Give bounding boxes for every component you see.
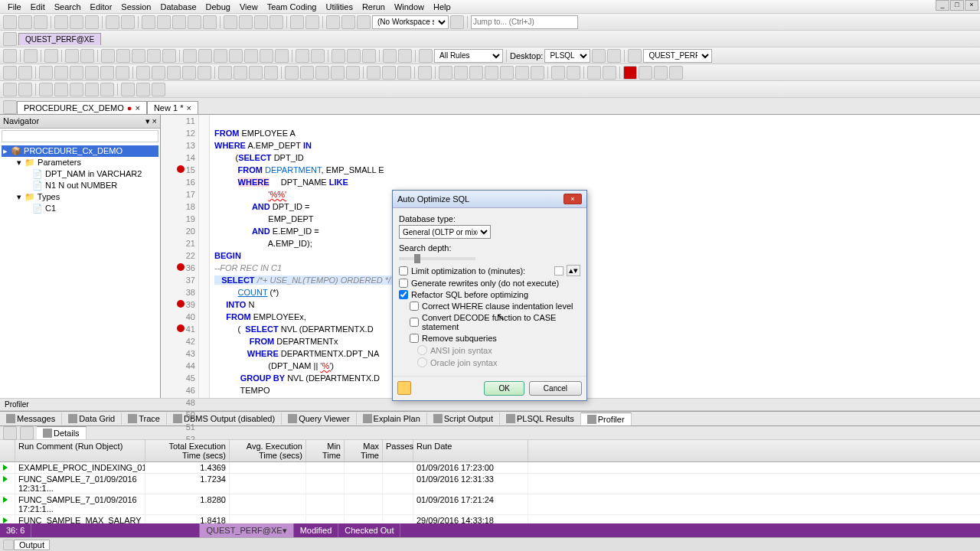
toolbar-icon[interactable] [229, 49, 243, 63]
toolbar-icon[interactable] [18, 66, 32, 80]
toolbar-icon[interactable] [85, 66, 99, 80]
toolbar-icon[interactable] [382, 66, 396, 80]
tree-root[interactable]: ▸📦 PROCEDURE_Cx_DEMO [2, 145, 158, 157]
db-type-select[interactable]: General (OLTP or mixed) [399, 225, 491, 239]
toolbar-icon[interactable] [418, 66, 432, 80]
desktop-combo[interactable]: PLSQL [544, 49, 590, 63]
details-subtab[interactable]: Details [37, 426, 87, 439]
grid-row[interactable]: FUNC_SAMPLE_7_01/09/2016 12:31:1...1.723… [0, 474, 980, 494]
toolbar-icon[interactable] [275, 49, 289, 63]
menu-team-coding[interactable]: Team Coding [263, 2, 322, 11]
tab-explain-plan[interactable]: Explain Plan [357, 412, 427, 425]
toolbar-icon[interactable] [70, 66, 83, 80]
toolbar-icon[interactable] [326, 15, 340, 29]
navigator-buttons[interactable]: ▾ × [145, 116, 157, 126]
run-icon[interactable] [3, 517, 8, 523]
toolbar-icon[interactable] [85, 15, 99, 29]
toolbar-icon[interactable] [254, 15, 268, 29]
minimize-button[interactable]: _ [936, 0, 949, 11]
toolbar-icon[interactable] [285, 66, 299, 80]
toolbar-icon[interactable] [152, 66, 165, 80]
tree-param[interactable]: 📄 N1 N out NUMBER [2, 180, 158, 191]
toolbar-icon[interactable] [669, 66, 683, 80]
toolbar-icon[interactable] [296, 49, 309, 63]
toolbar-icon[interactable] [439, 66, 452, 80]
toolbar-icon[interactable] [121, 83, 135, 96]
toolbar-icon[interactable] [3, 15, 17, 29]
toolbar-icon[interactable] [54, 83, 68, 96]
tab-plsql-results[interactable]: PLSQL Results [500, 412, 581, 425]
toolbar-icon[interactable] [469, 66, 483, 80]
toolbar-stop-icon[interactable] [623, 66, 637, 80]
toolbar-icon[interactable] [106, 15, 119, 29]
tree-type[interactable]: 📄 C1 [2, 203, 158, 214]
profiler-tool-icon[interactable] [20, 426, 34, 440]
tab-data-grid[interactable]: Data Grid [62, 412, 122, 425]
toolbar-icon[interactable] [152, 83, 165, 96]
toolbar-icon[interactable] [264, 66, 278, 80]
toolbar-icon[interactable] [346, 66, 360, 80]
toolbar-icon[interactable] [234, 66, 247, 80]
convert-decode-checkbox[interactable]: Convert DECODE function to CASE statemen… [410, 313, 580, 331]
ok-button[interactable]: OK [484, 381, 524, 396]
tab-messages[interactable]: Messages [0, 412, 62, 425]
toolbar-icon[interactable] [244, 49, 258, 63]
run-icon[interactable] [3, 476, 8, 482]
toolbar-icon[interactable] [44, 49, 58, 63]
toolbar-icon[interactable] [305, 15, 319, 29]
grid-row[interactable]: FUNC_SAMPLE_7_01/09/2016 17:21:1...1.828… [0, 494, 980, 515]
toolbar-icon[interactable] [551, 66, 565, 80]
toolbar-icon[interactable] [18, 83, 32, 96]
col-header[interactable]: Passes [383, 440, 413, 461]
toolbar-icon[interactable] [167, 66, 181, 80]
toolbar-icon[interactable] [224, 15, 237, 29]
tab-profiler[interactable]: Profiler [581, 412, 632, 425]
menu-rerun[interactable]: Rerun [358, 2, 390, 11]
dialog-close-button[interactable]: × [564, 194, 582, 204]
toolbar-icon[interactable] [203, 15, 217, 29]
toolbar-icon[interactable] [100, 83, 114, 96]
toolbar-icon[interactable] [198, 66, 211, 80]
toolbar-icon[interactable] [65, 49, 79, 63]
toolbar-icon[interactable] [121, 15, 135, 29]
jump-to-input[interactable] [471, 15, 578, 29]
generate-rewrites-checkbox[interactable]: Generate rewrites only (do not execute) [399, 279, 580, 288]
toolbar-icon[interactable] [654, 66, 668, 80]
toolbar-icon[interactable] [500, 66, 514, 80]
toolbar-icon[interactable] [116, 49, 130, 63]
toolbar-icon[interactable] [362, 49, 376, 63]
menu-session[interactable]: Session [116, 2, 155, 11]
file-tab[interactable]: New 1 * × [147, 101, 198, 114]
toolbar-icon[interactable] [132, 49, 145, 63]
tree-folder-params[interactable]: ▾📁 Parameters [2, 157, 158, 168]
toolbar-icon[interactable] [300, 66, 314, 80]
toolbar-icon[interactable] [270, 15, 283, 29]
menu-edit[interactable]: Edit [26, 2, 50, 11]
toolbar-icon[interactable] [147, 49, 161, 63]
toolbar-icon[interactable] [116, 66, 129, 80]
toolbar-icon[interactable] [628, 49, 642, 63]
toolbar-icon[interactable] [315, 66, 329, 80]
toolbar-icon[interactable] [347, 49, 361, 63]
run-icon[interactable] [3, 465, 8, 471]
toolbar-icon[interactable] [531, 66, 544, 80]
navigator-search-input[interactable] [2, 130, 158, 142]
toolbar-icon[interactable] [639, 66, 652, 80]
menu-window[interactable]: Window [390, 2, 429, 11]
col-header[interactable]: Avg. Execution Time (secs) [230, 440, 306, 461]
toolbar-icon[interactable] [239, 15, 253, 29]
toolbar-icon[interactable] [70, 15, 83, 29]
col-header[interactable]: Total Execution Time (secs) [145, 440, 230, 461]
profiler-tool-icon[interactable] [3, 426, 17, 440]
toolbar-icon[interactable] [383, 49, 397, 63]
toolbar-icon[interactable] [24, 49, 38, 63]
toolbar-icon[interactable] [136, 66, 150, 80]
toolbar-icon[interactable] [3, 83, 17, 96]
toolbar-icon[interactable] [85, 83, 99, 96]
col-header[interactable]: Run Date [413, 440, 528, 461]
toolbar-icon[interactable] [70, 83, 83, 96]
toolbar-icon[interactable] [3, 32, 17, 46]
limit-optimization-checkbox[interactable]: Limit optimization to (minutes): ▴▾ [399, 265, 580, 276]
dialog-help-button[interactable] [397, 381, 411, 395]
window-tab-icon[interactable] [3, 540, 14, 550]
